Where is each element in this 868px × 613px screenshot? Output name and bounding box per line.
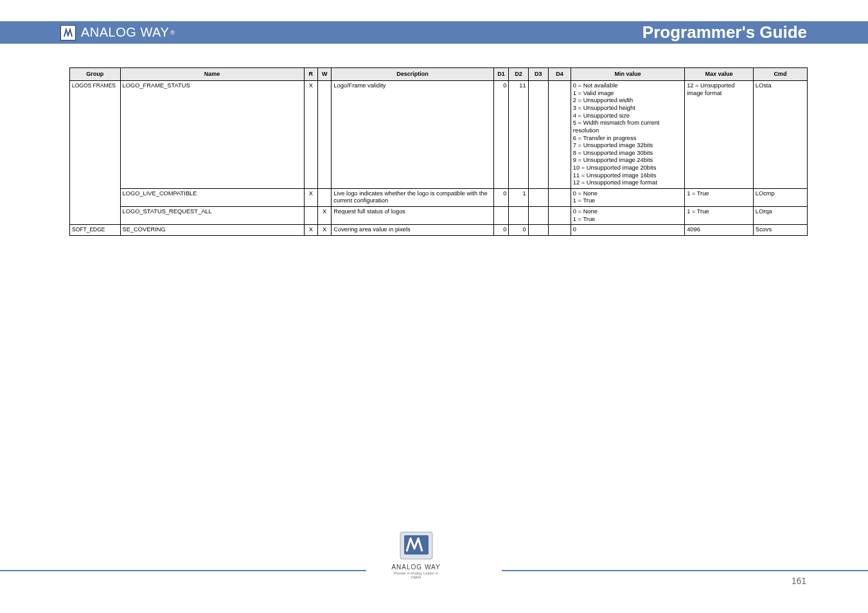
cell-d2 — [509, 207, 528, 225]
cell-r: X — [304, 188, 317, 206]
cell-r — [304, 207, 317, 225]
cell-desc: Logo/Frame validity — [332, 81, 493, 189]
page-title: Programmer's Guide — [642, 21, 807, 44]
brand-reg: ® — [170, 30, 175, 36]
col-min: Min value — [571, 68, 684, 81]
cell-name: LOGO_FRAME_STATUS — [120, 81, 304, 189]
page-footer: ANALOG WAY Pioneer in Analog, Leader in … — [0, 520, 868, 613]
cell-d4 — [549, 225, 571, 236]
cell-d3 — [528, 225, 548, 236]
cell-w — [318, 188, 332, 206]
cell-max: 1 = True — [685, 207, 754, 225]
cell-d4 — [549, 81, 571, 189]
cell-d3 — [528, 81, 548, 189]
cell-min: 0 = None 1 = True — [571, 188, 684, 206]
cell-group: SOFT_EDGE — [70, 225, 121, 236]
cell-d1: 0 — [493, 81, 509, 189]
cell-d3 — [528, 188, 548, 206]
brand-logo-icon — [60, 25, 76, 40]
cell-d1: 0 — [493, 225, 509, 236]
footer-logo: ANALOG WAY Pioneer in Analog, Leader in … — [389, 529, 443, 579]
col-w: W — [318, 68, 332, 81]
page-number: 161 — [792, 576, 806, 586]
col-name: Name — [120, 68, 304, 81]
table-header-row: Group Name R W Description D1 D2 D3 D4 M… — [70, 68, 808, 81]
col-d2: D2 — [509, 68, 528, 81]
cell-w — [318, 81, 332, 189]
cell-min: 0 — [571, 225, 684, 236]
col-cmd: Cmd — [753, 68, 807, 81]
command-table: Group Name R W Description D1 D2 D3 D4 M… — [69, 67, 808, 236]
cell-cmd: LOrqa — [753, 207, 807, 225]
cell-name: LOGO_LIVE_COMPATIBLE — [120, 188, 304, 206]
table-row: LOGOS FRAMESLOGO_FRAME_STATUSXLogo/Frame… — [70, 81, 808, 189]
page-body: Group Name R W Description D1 D2 D3 D4 M… — [0, 44, 868, 236]
cell-min: 0 = None 1 = True — [571, 207, 684, 225]
col-max: Max value — [685, 68, 754, 81]
cell-max: 4096 — [685, 225, 754, 236]
table-row: LOGO_LIVE_COMPATIBLEXLive logo indicates… — [70, 188, 808, 206]
header-bar: ANALOG WAY ® Programmer's Guide — [0, 21, 868, 44]
footer-rule-left — [0, 570, 366, 571]
cell-d2: 1 — [509, 188, 528, 206]
cell-min: 0 = Not available 1 = Valid image 2 = Un… — [571, 81, 684, 189]
cell-w: X — [318, 207, 332, 225]
cell-d4 — [549, 207, 571, 225]
cell-cmd: LOsta — [753, 81, 807, 189]
footer-brand-tagline: Pioneer in Analog, Leader in Digital — [389, 571, 443, 579]
cell-name: SE_COVERING — [120, 225, 304, 236]
footer-brand-name: ANALOG WAY — [389, 564, 443, 571]
cell-d3 — [528, 207, 548, 225]
cell-d2: 11 — [509, 81, 528, 189]
col-r: R — [304, 68, 317, 81]
cell-desc: Request full status of logos — [332, 207, 493, 225]
cell-name: LOGO_STATUS_REQUEST_ALL — [120, 207, 304, 225]
brand: ANALOG WAY ® — [60, 21, 175, 44]
cell-max: 1 = True — [685, 188, 754, 206]
cell-max: 12 = Unsupported image format — [685, 81, 754, 189]
brand-name: ANALOG WAY — [81, 25, 169, 40]
table-row: LOGO_STATUS_REQUEST_ALLXRequest full sta… — [70, 207, 808, 225]
cell-cmd: LOcmp — [753, 188, 807, 206]
cell-r: X — [304, 225, 317, 236]
footer-rule-right — [502, 570, 868, 571]
cell-d1 — [493, 207, 509, 225]
cell-desc: Covering area value in pixels — [332, 225, 493, 236]
col-group: Group — [70, 68, 121, 81]
table-row: SOFT_EDGESE_COVERINGXXCovering area valu… — [70, 225, 808, 236]
cell-d4 — [549, 188, 571, 206]
cell-desc: Live logo indicates whether the logo is … — [332, 188, 493, 206]
cell-r: X — [304, 81, 317, 189]
cell-group: LOGOS FRAMES — [70, 81, 121, 225]
col-desc: Description — [332, 68, 493, 81]
cell-d1: 0 — [493, 188, 509, 206]
col-d3: D3 — [528, 68, 548, 81]
col-d4: D4 — [549, 68, 571, 81]
cell-cmd: Scovs — [753, 225, 807, 236]
cell-w: X — [318, 225, 332, 236]
col-d1: D1 — [493, 68, 509, 81]
cell-d2: 0 — [509, 225, 528, 236]
